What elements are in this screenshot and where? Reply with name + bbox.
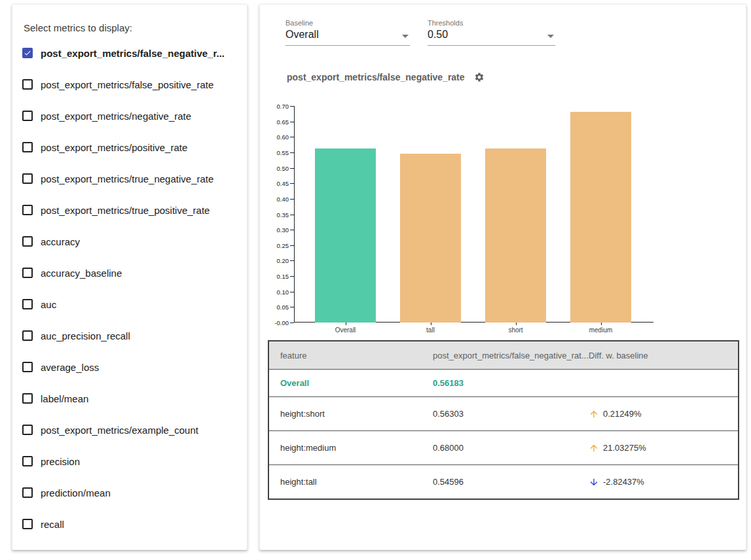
diff-up-arrow-icon bbox=[589, 409, 599, 419]
checkbox-unchecked-icon[interactable] bbox=[22, 79, 33, 90]
metric-selector-title: Select metrics to display: bbox=[24, 22, 132, 33]
y-axis-tick-mark bbox=[290, 215, 294, 215]
checkbox-unchecked-icon[interactable] bbox=[22, 236, 33, 247]
y-axis-tick-mark bbox=[290, 168, 294, 169]
checkbox-unchecked-icon[interactable] bbox=[22, 425, 33, 435]
chevron-down-icon bbox=[547, 35, 554, 38]
table-header-metric: post_export_metrics/false_negative_rat..… bbox=[422, 351, 577, 360]
metric-label: recall bbox=[41, 519, 64, 530]
table-row-height:short[interactable]: height:short0.563030.21249% bbox=[269, 396, 738, 430]
baseline-select-label: Baseline bbox=[285, 19, 410, 27]
metric-item-7[interactable]: accuracy_baseline bbox=[12, 257, 247, 289]
x-axis-tick-label: Overall bbox=[320, 326, 372, 334]
y-axis-tick-mark bbox=[290, 245, 294, 246]
y-axis-tick-mark bbox=[290, 276, 294, 277]
chart-bar-Overall[interactable] bbox=[315, 149, 376, 323]
chart-bar-medium[interactable] bbox=[570, 112, 631, 323]
metric-label: auc bbox=[41, 299, 56, 310]
metric-item-4[interactable]: post_export_metrics/true_negative_rate bbox=[12, 163, 247, 194]
metric-value-cell: 0.54596 bbox=[422, 477, 577, 487]
checkbox-unchecked-icon[interactable] bbox=[22, 487, 33, 498]
baseline-select[interactable]: Baseline Overall bbox=[285, 19, 410, 46]
checkbox-unchecked-icon[interactable] bbox=[22, 205, 33, 215]
y-axis-tick-label: 0.45 bbox=[260, 180, 289, 187]
settings-gear-icon[interactable] bbox=[474, 72, 485, 82]
checkbox-unchecked-icon[interactable] bbox=[22, 330, 33, 341]
diff-cell: 21.03275% bbox=[577, 443, 738, 453]
metric-item-0[interactable]: post_export_metrics/false_negative_r... bbox=[12, 37, 247, 69]
checkbox-checked-icon[interactable] bbox=[22, 48, 33, 58]
y-axis-tick-label: 0.70 bbox=[260, 103, 289, 110]
y-axis-tick-label: 0.30 bbox=[260, 226, 289, 234]
checkbox-unchecked-icon[interactable] bbox=[22, 173, 33, 184]
metric-list: post_export_metrics/false_negative_r...p… bbox=[12, 37, 247, 540]
x-axis-tick-mark bbox=[346, 323, 346, 325]
metric-item-12[interactable]: post_export_metrics/example_count bbox=[12, 414, 247, 446]
metric-label: post_export_metrics/false_negative_r... bbox=[41, 48, 225, 59]
table-header-feature: feature bbox=[269, 351, 422, 360]
y-axis-tick-mark bbox=[290, 106, 294, 107]
metric-label: post_export_metrics/positive_rate bbox=[41, 142, 187, 153]
y-axis-tick-mark bbox=[290, 260, 294, 261]
checkbox-unchecked-icon[interactable] bbox=[22, 299, 33, 309]
x-axis-tick-mark bbox=[431, 323, 431, 325]
checkbox-unchecked-icon[interactable] bbox=[22, 142, 33, 152]
metric-item-5[interactable]: post_export_metrics/true_positive_rate bbox=[12, 194, 247, 226]
table-row-height:tall[interactable]: height:tall0.54596-2.82437% bbox=[269, 464, 738, 499]
checkbox-unchecked-icon[interactable] bbox=[22, 268, 33, 278]
metric-item-8[interactable]: auc bbox=[12, 289, 247, 320]
metric-label: accuracy bbox=[41, 236, 80, 247]
metric-label: prediction/mean bbox=[41, 487, 111, 499]
y-axis-tick-label: 0.10 bbox=[260, 289, 289, 296]
y-axis-tick-label: 0.40 bbox=[260, 196, 289, 203]
x-axis-tick-label: medium bbox=[575, 326, 627, 334]
metric-value-cell: 0.56303 bbox=[422, 409, 577, 419]
diff-down-arrow-icon bbox=[589, 477, 599, 487]
diff-value: -2.82437% bbox=[603, 477, 644, 487]
chart-title: post_export_metrics/false_negative_rate bbox=[287, 72, 465, 82]
metric-item-15[interactable]: recall bbox=[12, 508, 247, 540]
diff-value: 21.03275% bbox=[603, 443, 646, 453]
table-header-diff: Diff. w. baseline bbox=[577, 351, 738, 360]
table-row-height:medium[interactable]: height:medium0.6800021.03275% bbox=[269, 430, 738, 464]
checkbox-unchecked-icon[interactable] bbox=[22, 393, 33, 404]
feature-cell: height:medium bbox=[269, 443, 422, 453]
feature-cell: height:tall bbox=[269, 477, 422, 487]
y-axis-tick-mark bbox=[290, 199, 294, 200]
metric-value-cell: 0.56183 bbox=[422, 378, 577, 388]
thresholds-select-value: 0.50 bbox=[428, 29, 555, 46]
metric-item-3[interactable]: post_export_metrics/positive_rate bbox=[12, 131, 247, 163]
metric-label: auc_precision_recall bbox=[41, 330, 130, 341]
y-axis-tick-label: -0.00 bbox=[260, 319, 289, 326]
chart-bar-tall[interactable] bbox=[400, 154, 461, 323]
metric-item-6[interactable]: accuracy bbox=[12, 226, 247, 257]
metric-item-11[interactable]: label/mean bbox=[12, 383, 247, 414]
checkbox-unchecked-icon[interactable] bbox=[22, 456, 33, 466]
y-axis-tick-mark bbox=[290, 122, 294, 122]
y-axis-tick-label: 0.50 bbox=[260, 165, 289, 172]
table-row-Overall[interactable]: Overall0.56183 bbox=[269, 369, 738, 396]
x-axis-tick-label: tall bbox=[405, 326, 457, 334]
metric-label: post_export_metrics/example_count bbox=[41, 425, 198, 436]
x-axis-tick-mark bbox=[601, 323, 602, 325]
metric-item-14[interactable]: prediction/mean bbox=[12, 477, 247, 508]
checkbox-unchecked-icon[interactable] bbox=[22, 362, 33, 372]
x-axis-tick-label: short bbox=[490, 326, 542, 334]
x-axis-tick-mark bbox=[516, 323, 517, 325]
metric-label: average_loss bbox=[41, 362, 99, 373]
metric-item-9[interactable]: auc_precision_recall bbox=[12, 320, 247, 351]
metric-item-10[interactable]: average_loss bbox=[12, 351, 247, 383]
thresholds-select[interactable]: Thresholds 0.50 bbox=[428, 19, 555, 46]
metric-label: post_export_metrics/true_negative_rate bbox=[41, 173, 213, 184]
y-axis-tick-label: 0.15 bbox=[260, 273, 289, 280]
metric-item-13[interactable]: precision bbox=[12, 446, 247, 477]
y-axis-tick-mark bbox=[290, 292, 294, 292]
metric-item-2[interactable]: post_export_metrics/negative_rate bbox=[12, 100, 247, 131]
y-axis-tick-mark bbox=[290, 152, 294, 153]
checkbox-unchecked-icon[interactable] bbox=[22, 111, 33, 121]
metric-item-1[interactable]: post_export_metrics/false_positive_rate bbox=[12, 69, 247, 100]
y-axis-tick-label: 0.20 bbox=[260, 257, 289, 264]
chart-bar-short[interactable] bbox=[485, 149, 546, 323]
metric-value-cell: 0.68000 bbox=[422, 443, 577, 453]
checkbox-unchecked-icon[interactable] bbox=[22, 519, 33, 529]
